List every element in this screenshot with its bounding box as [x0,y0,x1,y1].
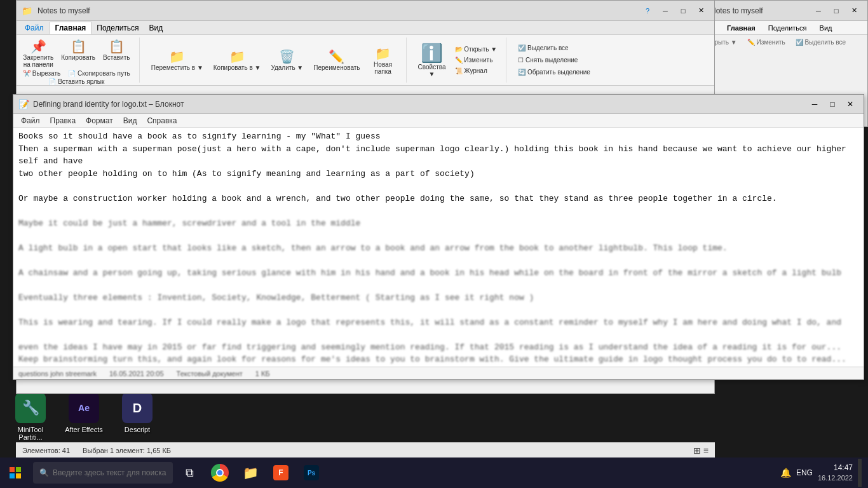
btn-copy[interactable]: 📋 Копировать [58,37,98,62]
np-text-line-15 [18,329,858,341]
btn-delete[interactable]: 🗑️ Удалить ▼ [267,48,307,72]
taskbar-apps: ⧉ 📁 F Ps [175,459,325,487]
np-menu-edit[interactable]: Правка [45,115,81,126]
fe-view-btn1[interactable]: ⊞ [693,445,701,456]
np-status-type: Текстовый документ [177,370,243,377]
np-status-date: 16.05.2021 20:05 [109,370,164,377]
np-text-line-2: two other people holding on to him (As t… [18,168,858,180]
start-button[interactable] [0,458,31,488]
btn-rename[interactable]: ✏️ Переименовать [309,48,363,72]
show-desktop-button[interactable] [858,459,862,487]
fe2-tab-home[interactable]: Главная [723,23,759,33]
fe2-tab-share[interactable]: Поделиться [764,23,811,33]
fe2-close[interactable]: ✕ [846,4,862,18]
np-titlebar: 📝 Defining brand identity for logo.txt –… [13,95,864,114]
taskbar-search-box[interactable]: 🔍 [33,462,173,484]
np-maximize[interactable]: □ [824,97,841,111]
btn-copy-to[interactable]: 📁 Копировать в ▼ [210,48,265,72]
np-close[interactable]: ✕ [842,97,858,111]
fe-title: Notes to myself [37,6,639,15]
fe2-maximize[interactable]: □ [828,4,844,18]
btn-paste-shortcut[interactable]: 📄 Вставить ярлык [46,78,107,86]
np-menubar: Файл Правка Формат Вид Справка [13,114,864,128]
np-text-line-0: Books so it should have a book as to sig… [18,130,858,143]
svg-rect-0 [10,467,15,472]
fe-tab-home[interactable]: Главная [50,22,92,34]
desktop-icon-aftereffects[interactable]: Ae After Effects [58,389,109,445]
fe-view-btn2[interactable]: ≡ [703,445,709,456]
taskbar: 🔍 ⧉ 📁 F Ps 🔔 ENG 14:47 16.12.2022 [0,458,868,488]
taskbar-right: 🔔 ENG 14:47 16.12.2022 [780,459,868,487]
search-input[interactable] [53,468,166,477]
notification-area[interactable]: 🔔 [780,468,791,478]
fe-titlebar: 📁 Notes to myself ? ─ □ ✕ [17,1,714,21]
date-display: 16.12.2022 [818,473,853,483]
btn-move-to[interactable]: 📁 Переместить в ▼ [147,48,207,72]
np-text-line-3 [18,180,858,193]
np-text-line-4: Or maybe a construction worker holding a… [18,193,858,205]
btn-cut[interactable]: ✂️ Вырезать [20,69,63,78]
fe-close[interactable]: ✕ [693,4,709,18]
np-title: Defining brand identity for logo.txt – Б… [33,100,806,109]
np-statusbar: questions john streemark 16.05.2021 20:0… [13,367,864,379]
taskview-button[interactable]: ⧉ [175,459,203,487]
fe-status-items: Элементов: 41 [22,447,70,454]
fe2-titlebar: 📁 Notes to myself ─ □ ✕ [691,1,867,21]
chrome-taskbar-button[interactable] [206,459,234,487]
np-text-line-11 [18,279,858,292]
desktop-icon-descript[interactable]: D Descript [112,389,163,445]
btn-edit[interactable]: ✏️ Изменить [452,56,500,64]
figma-taskbar-button[interactable]: F [267,459,295,487]
fe2-title: Notes to myself [710,6,810,15]
np-text-line-9 [18,254,858,267]
np-menu-format[interactable]: Формат [81,115,118,126]
np-text-line-16: even the ideas I have may in 2015 or far… [18,341,858,354]
np-minimize[interactable]: ─ [806,97,823,111]
np-status-size: 1 КБ [255,370,270,377]
np-menu-file[interactable]: Файл [16,115,45,126]
btn-copy-path[interactable]: 📄 Скопировать путь [65,69,133,78]
photoshop-taskbar-button[interactable]: Ps [297,459,325,487]
np-menu-help[interactable]: Справка [142,115,182,126]
btn-properties[interactable]: ℹ️ Свойства ▼ [414,41,450,79]
svg-rect-2 [10,473,15,478]
fe2-tab-view[interactable]: Вид [816,23,836,33]
np-status-questions: questions john streemark [18,370,97,377]
time-display: 14:47 [818,463,853,473]
np-text-line-13 [18,304,858,316]
fe-tab-file[interactable]: Файл [19,22,50,34]
fileexplorer-taskbar-button[interactable]: 📁 [236,459,264,487]
fe-tab-view[interactable]: Вид [144,22,168,34]
np-menu-view[interactable]: Вид [118,115,142,126]
fe-maximize[interactable]: □ [675,4,691,18]
fe2-controls: ─ □ ✕ [810,4,862,18]
fe-statusbar: Элементов: 41 Выбран 1 элемент: 1,65 КБ … [16,442,715,458]
np-text-line-6: Maybe it could be just a hammer, screwdr… [18,217,858,230]
np-text-content[interactable]: Books so it should have a book as to sig… [13,128,864,367]
np-text-line-12: Eventually three elements : Invention, S… [18,292,858,304]
btn-journal[interactable]: 📜 Журнал [452,67,500,75]
btn-select-all[interactable]: ☑️ Выделить все [514,43,594,53]
svg-rect-1 [16,467,21,472]
notepad-window: 📝 Defining brand identity for logo.txt –… [13,94,864,380]
np-text-line-5 [18,205,858,217]
fe2-minimize[interactable]: ─ [810,4,827,18]
svg-rect-3 [16,473,21,478]
desktop-icon-descript-label: Descript [125,426,150,433]
btn-paste[interactable]: 📋 Вставить [100,37,132,62]
taskbar-clock[interactable]: 14:47 16.12.2022 [818,463,853,483]
notepad-icon: 📝 [18,99,29,109]
desktop-icon-minitool[interactable]: 🔧 MiniToolPartiti... [5,389,56,445]
btn-open[interactable]: 📂 Открыть ▼ [452,45,500,53]
fe-controls: ? ─ □ ✕ [639,4,709,18]
language-indicator[interactable]: ENG [796,468,813,477]
btn-deselect[interactable]: ☐ Снять выделение [514,55,594,65]
fe-tab-share[interactable]: Поделиться [92,22,144,34]
desktop-icon-aftereffects-label: After Effects [65,426,103,433]
btn-invert-selection[interactable]: 🔄 Обратить выделение [514,67,594,77]
btn-pin[interactable]: 📌 Закрепить на панели [20,37,56,69]
fe-minimize[interactable]: ─ [657,4,674,18]
fe-help[interactable]: ? [639,4,656,18]
np-text-line-7 [18,229,858,242]
btn-new-folder[interactable]: 📁 Новая папка [367,44,400,76]
